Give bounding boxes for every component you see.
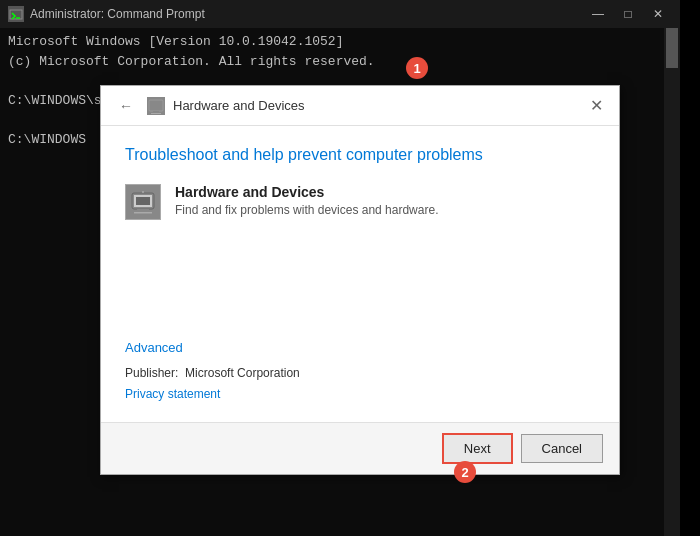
cmd-line-2: (c) Microsoft Corporation. All rights re…: [8, 52, 672, 72]
item-name: Hardware and Devices: [175, 184, 438, 200]
svg-rect-6: [137, 209, 149, 212]
dialog-privacy: Privacy statement: [125, 384, 595, 402]
dialog-heading: Troubleshoot and help prevent computer p…: [125, 146, 595, 164]
cmd-icon: [8, 6, 24, 22]
cmd-scrollbar[interactable]: [664, 28, 680, 536]
troubleshooter-item-icon: [125, 184, 161, 220]
dialog-title: Hardware and Devices: [173, 98, 578, 113]
troubleshoot-dialog: ← Hardware and Devices ✕ Troubleshoot an…: [100, 85, 620, 475]
next-button[interactable]: Next: [442, 433, 513, 464]
svg-rect-4: [151, 113, 161, 114]
item-description: Find and fix problems with devices and h…: [175, 203, 438, 217]
cancel-button[interactable]: Cancel: [521, 434, 603, 463]
svg-rect-2: [149, 100, 163, 111]
svg-rect-3: [153, 111, 159, 113]
cmd-window-controls: — □ ✕: [584, 3, 672, 25]
dialog-body: Troubleshoot and help prevent computer p…: [101, 126, 619, 422]
dialog-close-button[interactable]: ✕: [586, 96, 607, 115]
dialog-title-icon: [147, 97, 165, 115]
troubleshooter-item-info: Hardware and Devices Find and fix proble…: [175, 184, 438, 217]
minimize-button[interactable]: —: [584, 3, 612, 25]
privacy-statement-link[interactable]: Privacy statement: [125, 387, 220, 401]
badge-1: 1: [406, 57, 428, 79]
dialog-publisher: Publisher: Microsoft Corporation: [125, 366, 595, 380]
dialog-back-button[interactable]: ←: [113, 96, 139, 116]
badge-2: 2: [454, 461, 476, 483]
cmd-title-text: Administrator: Command Prompt: [30, 7, 578, 21]
dialog-advanced-section: Advanced: [125, 338, 595, 356]
troubleshooter-item: Hardware and Devices Find and fix proble…: [125, 184, 595, 220]
scrollbar-thumb[interactable]: [666, 28, 678, 68]
dialog-titlebar: ← Hardware and Devices ✕: [101, 86, 619, 126]
maximize-button[interactable]: □: [614, 3, 642, 25]
svg-rect-9: [136, 197, 150, 205]
publisher-value: Microsoft Corporation: [185, 366, 300, 380]
close-button[interactable]: ✕: [644, 3, 672, 25]
cmd-line-1: Microsoft Windows [Version 10.0.19042.10…: [8, 32, 672, 52]
advanced-link[interactable]: Advanced: [125, 340, 183, 355]
svg-rect-7: [134, 212, 152, 214]
publisher-label: Publisher:: [125, 366, 178, 380]
dialog-footer: Next Cancel: [101, 422, 619, 474]
cmd-titlebar: Administrator: Command Prompt — □ ✕: [0, 0, 680, 28]
svg-point-10: [142, 191, 144, 193]
